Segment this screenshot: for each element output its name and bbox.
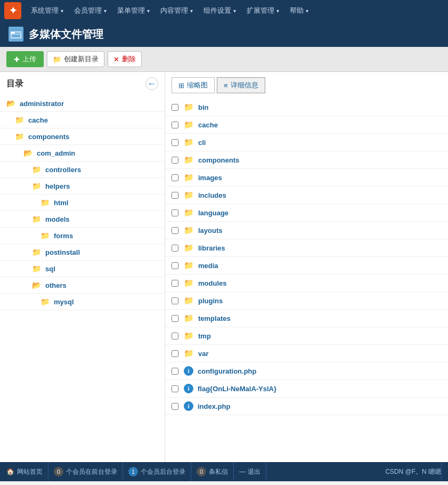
file-checkbox-var[interactable] <box>172 350 178 357</box>
folder-icon: 📁 <box>184 261 194 270</box>
folder-icon: 📁 <box>184 120 194 130</box>
folder-new-icon: 📁 <box>53 55 61 63</box>
folder-icon: 📁 <box>32 248 41 256</box>
logout-button[interactable]: — 退出 <box>234 462 266 481</box>
create-dir-button[interactable]: 📁 创建新目录 <box>47 51 104 67</box>
file-checkbox-libraries[interactable] <box>172 245 178 252</box>
folder-icon: 📁 <box>32 182 41 190</box>
folder-icon: 📁 <box>184 138 194 147</box>
nav-help-arrow: ▾ <box>306 8 308 14</box>
file-row-layouts[interactable]: 📁 layouts <box>165 222 448 239</box>
file-row-plugins[interactable]: 📁 plugins <box>165 292 448 310</box>
view-toggle: ⊞ 缩略图 ≡ 详细信息 <box>165 72 448 99</box>
file-checkbox-cache[interactable] <box>172 122 178 128</box>
svg-rect-4 <box>11 34 21 38</box>
tree-item-com-admin[interactable]: 📂 com_admin <box>0 145 165 161</box>
page-title: 多媒体文件管理 <box>29 27 103 42</box>
tree-item-cache[interactable]: 📁 cache <box>0 112 165 128</box>
back-button[interactable]: ← <box>145 77 158 90</box>
frontend-members-status: 0 个会员在前台登录 <box>48 462 123 481</box>
messages-status: 0 条私信 <box>191 462 234 481</box>
nav-members[interactable]: 会员管理 ▾ <box>69 0 112 21</box>
file-checkbox-media[interactable] <box>172 262 178 269</box>
file-row-components[interactable]: 📁 components <box>165 151 448 169</box>
file-checkbox-images[interactable] <box>172 174 178 181</box>
svg-text:✦: ✦ <box>9 5 17 16</box>
file-list: 📁 bin 📁 cache 📁 cli 📁 components 📁 <box>165 99 448 415</box>
detail-view-button[interactable]: ≡ 详细信息 <box>217 77 265 93</box>
backend-members-status: 1 个会员后台登录 <box>123 462 191 481</box>
nav-help[interactable]: 帮助 ▾ <box>284 0 314 21</box>
file-checkbox-flag[interactable] <box>172 385 178 392</box>
tree-item-helpers[interactable]: 📁 helpers <box>0 178 165 195</box>
nav-menu-arrow: ▾ <box>147 8 150 14</box>
file-checkbox-components[interactable] <box>172 157 178 164</box>
plus-icon: ✚ <box>14 55 20 63</box>
folder-icon: 📁 <box>184 173 194 182</box>
file-row-templates[interactable]: 📁 templates <box>165 310 448 327</box>
file-row-index[interactable]: i index.php <box>165 398 448 415</box>
thumbnail-view-button[interactable]: ⊞ 缩略图 <box>172 77 215 93</box>
folder-icon: 📁 <box>184 349 194 358</box>
upload-button[interactable]: ✚ 上传 <box>6 51 44 67</box>
tree-item-components[interactable]: 📁 components <box>0 128 165 145</box>
tree-item-mysql[interactable]: 📁 mysql <box>0 294 165 310</box>
tree-item-forms[interactable]: 📁 forms <box>0 228 165 244</box>
file-checkbox-includes[interactable] <box>172 192 178 199</box>
svg-rect-3 <box>11 32 15 34</box>
folder-icon: 📁 <box>15 116 24 124</box>
tree-item-controllers[interactable]: 📁 controllers <box>0 161 165 178</box>
file-checkbox-plugins[interactable] <box>172 297 178 304</box>
file-checkbox-configuration[interactable] <box>172 368 178 375</box>
file-checkbox-index[interactable] <box>172 403 178 410</box>
tree-item-administrator[interactable]: 📂 administrator <box>0 95 165 112</box>
nav-components[interactable]: 组件设置 ▾ <box>198 0 241 21</box>
folder-icon: 📁 <box>184 331 194 341</box>
file-row-configuration[interactable]: i configuration.php <box>165 362 448 380</box>
tree-item-sql[interactable]: 📁 sql <box>0 261 165 277</box>
file-row-libraries[interactable]: 📁 libraries <box>165 239 448 257</box>
file-checkbox-cli[interactable] <box>172 139 178 146</box>
folder-icon: 📁 <box>184 243 194 253</box>
content-area: ⊞ 缩略图 ≡ 详细信息 📁 bin 📁 cache 📁 <box>165 72 448 462</box>
list-icon: ≡ <box>224 82 228 90</box>
nav-components-arrow: ▾ <box>233 8 236 14</box>
file-row-language[interactable]: 📁 language <box>165 204 448 222</box>
homepage-link[interactable]: 🏠 网站首页 <box>6 462 48 481</box>
file-row-var[interactable]: 📁 var <box>165 345 448 362</box>
file-row-cache[interactable]: 📁 cache <box>165 116 448 134</box>
file-row-tmp[interactable]: 📁 tmp <box>165 327 448 345</box>
file-row-images[interactable]: 📁 images <box>165 169 448 187</box>
info-file-icon: i <box>184 401 193 411</box>
tree-item-others[interactable]: 📂 others <box>0 277 165 294</box>
folder-icon: 📂 <box>23 149 32 157</box>
sidebar-header: 目录 ← <box>0 72 165 95</box>
grid-icon: ⊞ <box>178 82 184 90</box>
folder-icon: 📂 <box>32 281 41 289</box>
file-checkbox-bin[interactable] <box>172 104 178 111</box>
file-row-media[interactable]: 📁 media <box>165 257 448 274</box>
file-checkbox-templates[interactable] <box>172 315 178 322</box>
tree-item-postinstall[interactable]: 📁 postinstall <box>0 244 165 261</box>
file-checkbox-tmp[interactable] <box>172 333 178 340</box>
nav-extensions[interactable]: 扩展管理 ▾ <box>241 0 284 21</box>
delete-icon: ✕ <box>113 55 119 63</box>
tree-item-html[interactable]: 📁 html <box>0 195 165 211</box>
nav-content-arrow: ▾ <box>190 8 193 14</box>
tree-item-models[interactable]: 📁 models <box>0 211 165 228</box>
nav-menu-item[interactable]: 菜单管理 ▾ <box>112 0 155 21</box>
file-row-cli[interactable]: 📁 cli <box>165 134 448 151</box>
file-row-modules[interactable]: 📁 modules <box>165 274 448 292</box>
file-checkbox-modules[interactable] <box>172 280 178 287</box>
file-row-bin[interactable]: 📁 bin <box>165 99 448 116</box>
top-navigation: ✦ 系统管理 ▾ 会员管理 ▾ 菜单管理 ▾ 内容管理 ▾ 组件设置 ▾ 扩展管… <box>0 0 448 21</box>
file-row-flag[interactable]: i flag{OnLi-NeMalA-YslA} <box>165 380 448 398</box>
nav-system-arrow: ▾ <box>61 8 63 14</box>
file-row-includes[interactable]: 📁 includes <box>165 187 448 204</box>
home-icon: 🏠 <box>6 468 14 475</box>
nav-system[interactable]: 系统管理 ▾ <box>26 0 69 21</box>
file-checkbox-layouts[interactable] <box>172 227 178 234</box>
file-checkbox-language[interactable] <box>172 209 178 216</box>
nav-content[interactable]: 内容管理 ▾ <box>155 0 198 21</box>
delete-button[interactable]: ✕ 删除 <box>108 51 142 67</box>
